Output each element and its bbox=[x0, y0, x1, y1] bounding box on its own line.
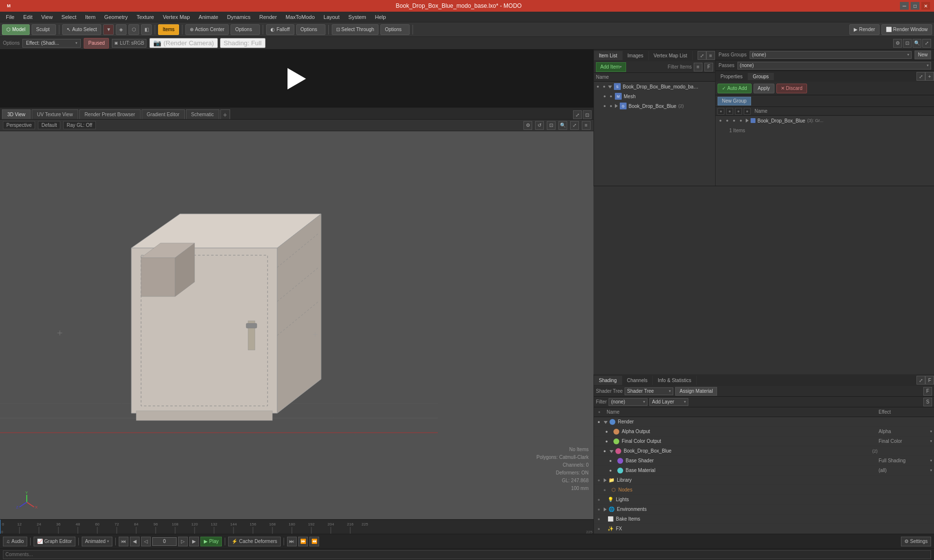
passes-dropdown[interactable]: (none) ▾ bbox=[737, 62, 931, 70]
alpha-effect-dropdown[interactable]: Alpha ▾ bbox=[879, 429, 932, 434]
eye-icon-2[interactable]: ● bbox=[608, 103, 614, 109]
graph-editor-button[interactable]: 📈 Graph Editor bbox=[34, 537, 75, 546]
groups-expand-icon[interactable]: ⤢ bbox=[916, 72, 925, 81]
shader-tree-dropdown[interactable]: Shader Tree ▾ bbox=[625, 387, 673, 395]
bake-vis-icon[interactable]: ● bbox=[596, 516, 602, 522]
eye-icon-1[interactable]: ● bbox=[595, 84, 601, 89]
assign-material-button[interactable]: Assign Material bbox=[675, 387, 717, 396]
menu-layout[interactable]: Layout bbox=[320, 13, 343, 21]
options-1-button[interactable]: Options bbox=[231, 24, 260, 35]
discard-button[interactable]: ✕ Discard bbox=[776, 84, 807, 93]
tab-shading[interactable]: Shading bbox=[594, 376, 622, 385]
menu-select[interactable]: Select bbox=[57, 13, 80, 21]
fcolor-vis-icon[interactable]: ● bbox=[604, 438, 610, 444]
transport-2[interactable]: ⏩ bbox=[298, 537, 308, 546]
default-button[interactable]: Default bbox=[38, 121, 60, 129]
list-item[interactable]: ● ● G Book_Drop_Box_Blue (2) bbox=[594, 101, 715, 111]
apply-button[interactable]: Apply bbox=[754, 84, 774, 93]
tab-properties[interactable]: Properties bbox=[716, 73, 748, 80]
paused-button[interactable]: Paused bbox=[84, 38, 109, 49]
groups-add-icon[interactable]: + bbox=[925, 72, 934, 81]
list-item[interactable]: ● ⬜ Bake Items bbox=[594, 514, 934, 524]
pass-groups-dropdown[interactable]: (none) ▾ bbox=[750, 51, 912, 59]
skip-start-button[interactable]: ⏮ bbox=[119, 537, 128, 546]
vp-menu-icon[interactable]: ≡ bbox=[582, 121, 591, 130]
filter-settings-icon[interactable]: ≡ bbox=[694, 63, 702, 71]
settings-button[interactable]: ⚙ Settings bbox=[901, 537, 931, 546]
time-ruler[interactable]: 12 24 36 48 60 72 84 96 108 bbox=[0, 520, 593, 534]
options-2-button[interactable]: Options bbox=[296, 24, 325, 35]
tree-expand-icon[interactable] bbox=[608, 84, 613, 89]
tab-uv-texture[interactable]: UV Texture View bbox=[32, 109, 78, 119]
filter-lock-icon[interactable]: F bbox=[704, 63, 713, 71]
next-key-button[interactable]: ▷ bbox=[178, 537, 188, 546]
nodes-vis-icon[interactable]: ● bbox=[602, 487, 608, 493]
fit-icon[interactable]: ⊡ bbox=[903, 39, 912, 48]
zoom-icon[interactable]: 🔍 bbox=[913, 39, 921, 48]
list-item[interactable]: ● ● M Mesh bbox=[594, 91, 715, 101]
maximize-button[interactable]: □ bbox=[911, 2, 919, 10]
group-vis-3[interactable]: ● bbox=[731, 118, 737, 123]
tab-schematic[interactable]: Schematic bbox=[186, 109, 219, 119]
book-vis-icon[interactable]: ● bbox=[602, 448, 608, 454]
falloff-button[interactable]: ◐ Falloff bbox=[266, 24, 294, 35]
tab-vertex-map-list[interactable]: Vertex Map List bbox=[649, 51, 693, 60]
render-button[interactable]: ▶ Render bbox=[849, 24, 880, 35]
menu-view[interactable]: View bbox=[37, 13, 57, 21]
menu-system[interactable]: System bbox=[344, 13, 370, 21]
render-expand-icon[interactable] bbox=[603, 419, 609, 425]
lib-vis-icon[interactable]: ● bbox=[596, 477, 602, 483]
menu-dynamics[interactable]: Dynamics bbox=[223, 13, 254, 21]
auto-add-button[interactable]: ✓ Auto Add bbox=[718, 84, 752, 93]
menu-help[interactable]: Help bbox=[371, 13, 390, 21]
minimize-button[interactable]: ─ bbox=[900, 2, 909, 10]
menu-edit[interactable]: Edit bbox=[19, 13, 36, 21]
list-item[interactable]: ● ● S Book_Drop_Box_Blue_modo_base... bbox=[594, 82, 715, 91]
vis-icon-1[interactable]: ● bbox=[718, 108, 724, 115]
shading-settings-icon[interactable]: F bbox=[925, 376, 934, 385]
menu-maxtomodo[interactable]: MaxToModo bbox=[282, 13, 319, 21]
group-vis-4[interactable]: ● bbox=[738, 118, 744, 123]
new-group-button[interactable]: New Group bbox=[718, 97, 751, 105]
tab-images[interactable]: Images bbox=[623, 51, 649, 60]
effect-dropdown[interactable]: Effect: (Shadi... ▾ bbox=[22, 39, 81, 48]
lights-vis-icon[interactable]: ● bbox=[596, 497, 602, 503]
new-pass-button[interactable]: New bbox=[915, 51, 931, 59]
tab-3d-view[interactable]: 3D View bbox=[2, 109, 31, 119]
fcolor-effect-dropdown[interactable]: Final Color ▾ bbox=[879, 438, 932, 444]
base-mat-vis-icon[interactable]: ● bbox=[608, 468, 613, 473]
menu-render[interactable]: Render bbox=[255, 13, 281, 21]
options-3-button[interactable]: Options bbox=[380, 24, 410, 35]
viewport-expand-icon[interactable]: ⤢ bbox=[573, 110, 582, 119]
group-sub-item[interactable]: 1 Items bbox=[716, 125, 934, 135]
alpha-vis-icon[interactable]: ● bbox=[604, 429, 610, 435]
eye-icon-2[interactable]: ● bbox=[601, 84, 607, 89]
list-item[interactable]: ● 🌐 Environments bbox=[594, 505, 934, 514]
play-button[interactable]: ▶ Play bbox=[200, 537, 222, 546]
list-item[interactable]: ● Base Material (all) ▾ bbox=[594, 466, 934, 475]
settings-icon[interactable]: ⚙ bbox=[893, 39, 902, 48]
prev-frame-button[interactable]: ◀ bbox=[130, 537, 140, 546]
menu-file[interactable]: File bbox=[2, 13, 18, 21]
expand-icon[interactable]: ⤢ bbox=[922, 39, 931, 48]
list-item[interactable]: ● Book_Drop_Box_Blue (2) bbox=[594, 446, 934, 456]
list-item[interactable]: ● ✨ FX bbox=[594, 524, 934, 534]
group-expand-icon[interactable] bbox=[746, 119, 749, 122]
render-window-button[interactable]: ⬜ Render Window bbox=[881, 24, 932, 35]
action-center-button[interactable]: ⊕ Action Center bbox=[185, 24, 229, 35]
frame-input[interactable] bbox=[152, 537, 177, 546]
filter-dropdown[interactable]: (none) ▾ bbox=[609, 398, 647, 406]
group-expand-icon[interactable] bbox=[615, 103, 619, 109]
vis-icon-2[interactable]: ● bbox=[726, 108, 733, 115]
mode-icon-3[interactable]: ⬡ bbox=[128, 24, 139, 35]
tab-groups[interactable]: Groups bbox=[748, 73, 774, 80]
vp-expand-icon[interactable]: ⤢ bbox=[570, 121, 579, 130]
audio-button[interactable]: ♫ Audio bbox=[3, 537, 27, 546]
next-frame-button[interactable]: ▶ bbox=[189, 537, 199, 546]
list-item[interactable]: ● 💡 Lights bbox=[594, 495, 934, 505]
list-item[interactable]: ● Render bbox=[594, 417, 934, 427]
select-through-button[interactable]: ⊡ Select Through bbox=[332, 24, 379, 35]
ray-gl-button[interactable]: Ray GL: Off bbox=[63, 121, 96, 129]
render-camera-button[interactable]: 📷 (Render Camera) bbox=[149, 38, 217, 48]
menu-animate[interactable]: Animate bbox=[195, 13, 222, 21]
